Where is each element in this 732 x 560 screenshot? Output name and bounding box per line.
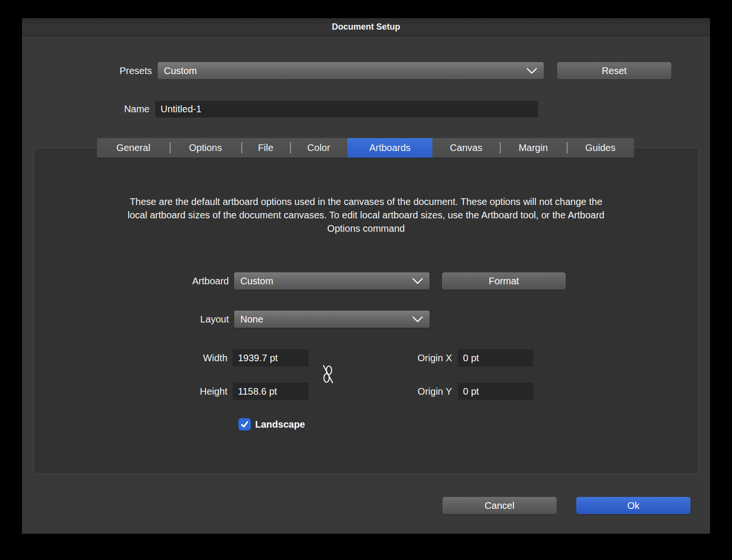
tab-guides[interactable]: Guides: [567, 138, 634, 158]
layout-dropdown[interactable]: None: [234, 311, 430, 328]
tab-file[interactable]: File: [241, 138, 290, 158]
chevron-down-icon: [412, 316, 423, 323]
document-setup-dialog: Document Setup Presets Custom Reset Name…: [22, 18, 710, 534]
format-button[interactable]: Format: [442, 272, 566, 290]
tab-label: General: [116, 142, 150, 153]
origin-y-input[interactable]: [458, 383, 533, 400]
reset-button-label: Reset: [602, 65, 626, 76]
description-line: Options command: [53, 222, 679, 235]
tab-color[interactable]: Color: [290, 138, 347, 158]
format-button-label: Format: [489, 276, 519, 287]
width-input[interactable]: [233, 349, 309, 366]
tab-artboards[interactable]: Artboards: [347, 138, 432, 158]
artboard-dropdown-value: Custom: [240, 276, 273, 287]
chevron-down-icon: [412, 278, 423, 284]
tabbar: General Options File Color Artboards Can…: [97, 138, 634, 158]
artboard-dropdown[interactable]: Custom: [234, 272, 430, 290]
tab-margin[interactable]: Margin: [500, 138, 567, 158]
name-label: Name: [22, 101, 150, 118]
tab-general[interactable]: General: [97, 138, 170, 158]
presets-dropdown[interactable]: Custom: [158, 62, 544, 79]
height-input[interactable]: [233, 383, 309, 400]
tab-label: Canvas: [450, 142, 483, 153]
artboard-label: Artboard: [22, 272, 229, 290]
presets-label: Presets: [22, 62, 152, 79]
chevron-down-icon: [527, 68, 537, 74]
origin-y-label: Origin Y: [356, 383, 452, 400]
aspect-ratio-unlink-icon[interactable]: [318, 363, 337, 385]
layout-dropdown-value: None: [240, 314, 263, 325]
tab-label: Options: [189, 142, 222, 153]
cancel-button-label: Cancel: [484, 500, 514, 511]
height-label: Height: [22, 383, 227, 400]
tab-label: Guides: [585, 142, 615, 153]
origin-x-input[interactable]: [458, 349, 533, 366]
description-line: local artboard sizes of the document can…: [53, 208, 679, 222]
artboards-description: These are the default artboard options u…: [53, 195, 679, 235]
description-line: These are the default artboard options u…: [53, 195, 679, 208]
tab-label: File: [258, 142, 273, 153]
titlebar: Document Setup: [22, 18, 710, 36]
ok-button[interactable]: Ok: [576, 497, 690, 514]
layout-label: Layout: [22, 311, 229, 328]
tab-label: Color: [307, 142, 330, 153]
name-input[interactable]: [155, 101, 538, 118]
landscape-checkbox[interactable]: [238, 418, 251, 431]
check-icon: [240, 420, 249, 429]
tab-canvas[interactable]: Canvas: [432, 138, 500, 158]
tab-label: Margin: [518, 142, 548, 153]
landscape-label: Landscape: [255, 418, 305, 431]
width-label: Width: [22, 349, 227, 366]
dialog-title: Document Setup: [332, 22, 400, 32]
ok-button-label: Ok: [627, 500, 640, 511]
origin-x-label: Origin X: [356, 349, 452, 366]
presets-dropdown-value: Custom: [164, 65, 197, 76]
cancel-button[interactable]: Cancel: [442, 497, 557, 514]
reset-button[interactable]: Reset: [557, 62, 671, 79]
tab-label: Artboards: [369, 142, 411, 153]
tab-options[interactable]: Options: [170, 138, 241, 158]
